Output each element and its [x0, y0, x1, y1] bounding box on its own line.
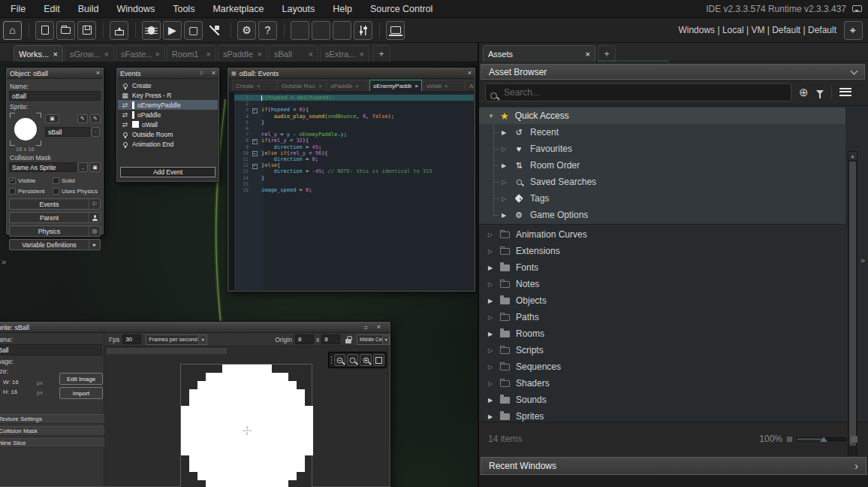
menu-marketplace[interactable]: Marketplace — [212, 4, 264, 14]
group-shaders[interactable]: ▷Shaders — [479, 375, 845, 392]
tab-close-icon[interactable]: × — [356, 50, 364, 59]
help-button[interactable]: ? — [258, 21, 277, 40]
sprite-edit-button[interactable]: ✎ — [77, 114, 88, 123]
group-objects[interactable]: ▶Objects — [479, 292, 845, 309]
checkbox-solid[interactable]: Solid — [53, 175, 101, 186]
group-sounds[interactable]: ▶Sounds — [479, 392, 845, 408]
events-close-icon[interactable]: × — [212, 70, 215, 77]
new-file-button[interactable] — [35, 21, 54, 40]
group-notes[interactable]: ▷Notes — [479, 276, 845, 292]
sprite-canvas[interactable] — [180, 364, 312, 487]
group-sprites[interactable]: ▶Sprites — [479, 408, 845, 425]
stop-button[interactable]: ▢ — [184, 21, 203, 40]
feedback-chat-icon[interactable] — [852, 5, 862, 12]
expander-icon[interactable]: ▷ — [502, 146, 508, 153]
checkbox-persistent[interactable]: Persistent — [9, 186, 53, 196]
checkbox-uses-physics[interactable]: Uses Physics — [53, 186, 101, 196]
sprite-editor-titlebar[interactable]: Sprite: sBall ⊐ × — [0, 322, 390, 333]
canvas-zoom-out-button[interactable] — [334, 354, 345, 366]
code-tab-animation-end[interactable]: Animation End — [466, 80, 474, 92]
menu-edit[interactable]: Edit — [44, 4, 60, 14]
canvas-fit-button[interactable] — [373, 354, 384, 366]
tab-add-panel[interactable]: + — [598, 45, 616, 62]
tab-sextra[interactable]: sExtra...× — [320, 45, 369, 62]
sprite-width-value[interactable]: W: 16 — [3, 379, 19, 386]
expander-icon[interactable]: ▷ — [488, 248, 494, 255]
menu-windows[interactable]: Windows — [117, 4, 155, 14]
tab-close-icon[interactable]: × — [152, 50, 160, 59]
group-paths[interactable]: ▷Paths — [479, 309, 845, 325]
package-button[interactable] — [110, 21, 128, 40]
open-button[interactable] — [56, 21, 75, 40]
expander-icon[interactable]: ▷ — [488, 364, 494, 371]
add-asset-button[interactable]: ⊕ — [799, 86, 809, 98]
code-line[interactable]: 4 audio_play_sound(sndBounce, 0, false); — [229, 113, 474, 119]
origin-y-field[interactable]: 8 — [321, 334, 340, 344]
run-button[interactable]: ▶ — [163, 21, 182, 40]
sprite-name-dropdown[interactable]: sBall — [45, 127, 90, 137]
group-animation-curves[interactable]: ▷Animation Curves — [479, 226, 845, 243]
expander-icon[interactable]: ▶ — [488, 298, 494, 304]
code-tab-outside-room[interactable]: Outside Room× — [278, 80, 326, 92]
group-scripts[interactable]: ▷Scripts — [479, 342, 845, 358]
tab-assets-close-icon[interactable]: × — [582, 50, 590, 59]
menu-layouts[interactable]: Layouts — [282, 4, 315, 14]
home-button[interactable]: ⌂ — [3, 21, 22, 40]
event-key-press-r[interactable]: ▦Key Press - R — [118, 90, 218, 100]
zoom-out-button[interactable] — [291, 21, 309, 40]
recent-windows-bar[interactable]: Recent Windows › — [481, 457, 866, 475]
toolbar-grip-icon[interactable] — [330, 355, 333, 364]
edit-image-button[interactable]: Edit Image — [59, 373, 103, 385]
tree-scrollbar[interactable]: ▲ ▼ — [848, 151, 857, 465]
code-tab-opaddle[interactable]: oPaddle× — [327, 80, 369, 92]
origin-mode-dropdown[interactable]: Middle Centre ▾ — [357, 334, 390, 345]
checkbox-visible[interactable]: ✓Visible — [9, 175, 53, 186]
code-editor-close-icon[interactable]: × — [468, 70, 472, 77]
zoom-in-button[interactable] — [333, 21, 351, 40]
left-dock-expander[interactable]: » — [2, 257, 6, 266]
expander-icon[interactable]: ▶ — [502, 129, 508, 136]
fps-field[interactable]: 30 — [122, 334, 141, 344]
tab-close-icon[interactable]: × — [203, 50, 211, 59]
collision-more-button[interactable]: .. — [78, 162, 88, 172]
sprite-height-value[interactable]: H: 16 — [3, 389, 17, 395]
zoom-small-icon[interactable] — [787, 437, 792, 442]
code-line[interactable]: 11 direction = 0; — [229, 156, 474, 162]
tab-close-icon[interactable]: × — [101, 50, 109, 59]
code-line[interactable]: 10}else if(rel_y < 96){ — [229, 150, 474, 156]
target-manager-button[interactable]: ⌖ — [844, 21, 863, 40]
event-opaddle[interactable]: ⇄oPaddle — [118, 110, 218, 119]
tab-sball[interactable]: sBall× — [269, 45, 318, 62]
tuner-button[interactable] — [354, 21, 372, 40]
zoom-slider[interactable] — [797, 437, 846, 441]
variable-definitions-button[interactable]: Variable Definitions▸ — [9, 239, 101, 250]
menu-file[interactable]: File — [11, 4, 26, 14]
section-nine-slice[interactable]: ▸Nine Slice — [0, 438, 104, 448]
settings-button[interactable]: ⚙ — [237, 21, 256, 40]
tab-assets[interactable]: Assets × — [483, 45, 595, 62]
expander-icon[interactable]: ▷ — [488, 380, 494, 387]
expander-icon[interactable]: ▷ — [488, 347, 494, 354]
code-tab-owall[interactable]: oWall× — [423, 80, 465, 92]
tab-close-icon[interactable]: × — [254, 50, 262, 59]
section-collision-mask[interactable]: ▸Collision Mask — [0, 426, 104, 436]
code-tab-close-icon[interactable]: × — [414, 83, 418, 89]
tab-sfaste[interactable]: sFaste...× — [116, 45, 165, 62]
expander-down-icon[interactable]: ▼ — [488, 113, 494, 119]
canvas-zoom-in-button[interactable] — [360, 354, 371, 366]
scroll-up-icon[interactable]: ▲ — [848, 152, 857, 160]
quick-access-game-options[interactable]: ▶⚙Game Options — [479, 207, 845, 223]
menu-help[interactable]: Help — [333, 4, 352, 14]
code-line[interactable]: 15 — [229, 181, 474, 187]
origin-lock-icon[interactable] — [345, 339, 351, 343]
zoom-reset-button[interactable] — [312, 21, 330, 40]
code-line[interactable]: 7rel_y = y - oEnemyPaddle.y; — [229, 132, 474, 138]
physics-button[interactable]: Physics◎ — [9, 225, 101, 237]
event-outside-room[interactable]: Outside Room — [118, 129, 218, 139]
add-event-button[interactable]: Add Event — [120, 167, 215, 177]
debug-button[interactable] — [142, 21, 161, 40]
section-texture-settings[interactable]: ▸Texture Settings — [0, 414, 104, 424]
code-tab-close-icon[interactable]: × — [445, 83, 448, 89]
event-oenemypaddle[interactable]: ⇄oEnemyPaddle — [118, 100, 218, 110]
scrollbar-thumb[interactable] — [849, 162, 856, 446]
